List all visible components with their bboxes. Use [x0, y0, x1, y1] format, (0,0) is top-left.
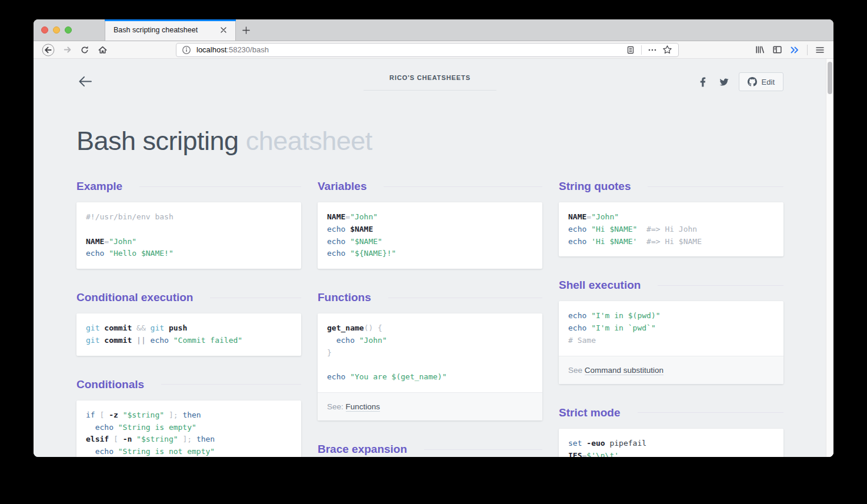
- code-card: NAME="John"echo $NAMEecho "$NAME"echo "$…: [318, 202, 542, 269]
- section: Functionsget_name() { echo "John"} echo …: [318, 291, 542, 420]
- code-token: "John": [359, 336, 387, 345]
- page-viewport: RICO'S CHEATSHEETS Edit Bash scripting c…: [34, 59, 833, 457]
- code-token: [164, 323, 169, 332]
- urlbar-separator: [641, 45, 642, 55]
- reader-view-button[interactable]: [623, 42, 638, 58]
- library-button[interactable]: [751, 42, 768, 58]
- code-token: }: [327, 348, 332, 357]
- code-token: [132, 323, 136, 332]
- section-divider: [638, 412, 783, 413]
- site-info-icon[interactable]: [182, 45, 191, 55]
- code-token: [345, 225, 350, 233]
- code-token: =: [104, 237, 109, 246]
- code-token: pipefail: [609, 439, 646, 448]
- sidebar-toggle-button[interactable]: [768, 42, 786, 58]
- code-token: echo: [568, 323, 586, 332]
- code-token: echo: [95, 447, 114, 456]
- page-scrollbar[interactable]: [826, 59, 833, 457]
- code-token: get_name: [327, 323, 364, 332]
- bookmark-button[interactable]: [659, 42, 675, 58]
- see-link[interactable]: Command substitution: [585, 366, 663, 375]
- code-line: # Same: [568, 335, 774, 347]
- code-token: if: [86, 410, 95, 419]
- url-bar[interactable]: localhost:58230/bash: [176, 43, 679, 57]
- page-actions-button[interactable]: [645, 42, 659, 58]
- see-link[interactable]: Functions: [346, 402, 381, 412]
- code-token: echo: [151, 336, 169, 345]
- code-token: then: [182, 410, 201, 419]
- code-token: $'\n\t': [586, 451, 619, 457]
- code-token: $NAME: [350, 225, 373, 233]
- reader-view-icon: [626, 45, 635, 55]
- twitter-share-button[interactable]: [718, 75, 731, 88]
- back-to-home-link[interactable]: [78, 75, 92, 90]
- code-token: echo: [86, 249, 104, 258]
- header-actions: Edit: [696, 72, 783, 91]
- code-token: [146, 336, 151, 345]
- code-token: echo: [568, 225, 586, 233]
- toolbar-right: [751, 42, 829, 58]
- code-token: echo: [568, 311, 586, 320]
- code-token: [146, 323, 151, 332]
- code-token: git: [151, 323, 164, 332]
- column: String quotesNAME="John"echo "Hi $NAME" …: [559, 179, 783, 457]
- code-token: [586, 323, 591, 332]
- code-token: [637, 237, 646, 246]
- code-token: [104, 410, 109, 419]
- code-block: NAME="John"echo "Hi $NAME" #=> Hi Johnec…: [559, 202, 783, 256]
- code-token: "${NAME}!": [350, 249, 396, 258]
- page-title: Bash scripting cheatsheet: [76, 125, 783, 157]
- see-label: See:: [327, 402, 346, 411]
- code-token: =: [586, 212, 591, 221]
- forward-arrow-icon: [62, 45, 72, 55]
- close-window-button[interactable]: [41, 26, 48, 34]
- code-line: echo "I'm in `pwd`": [568, 322, 774, 335]
- code-token: [104, 249, 109, 258]
- minimize-window-button[interactable]: [53, 26, 60, 34]
- facebook-share-button[interactable]: [696, 75, 709, 88]
- code-block: get_name() { echo "John"} echo "You are …: [318, 313, 542, 392]
- code-line: echo "${NAME}!": [327, 248, 533, 260]
- code-token: elsif: [86, 435, 109, 443]
- code-token: "John": [350, 212, 378, 221]
- back-button[interactable]: [38, 42, 58, 58]
- forward-button[interactable]: [58, 42, 76, 58]
- code-token: (): [364, 323, 374, 332]
- reload-button[interactable]: [76, 42, 94, 58]
- home-button[interactable]: [94, 42, 111, 58]
- code-token: [586, 311, 591, 320]
- tab-bash-cheatsheet[interactable]: Bash scripting cheatsheet: [105, 19, 236, 41]
- section: Brace expansion: [318, 442, 542, 456]
- section-heading: Shell execution: [559, 279, 641, 292]
- tab-close-icon[interactable]: [218, 24, 229, 36]
- code-line: echo "String is not empty": [86, 446, 292, 457]
- code-token: commit: [104, 336, 132, 345]
- code-token: [373, 323, 378, 332]
- code-token: "String is not empty": [118, 447, 215, 456]
- app-menu-button[interactable]: [811, 42, 829, 58]
- code-line: echo "I'm in $(pwd)": [568, 310, 774, 322]
- edit-button[interactable]: Edit: [739, 72, 783, 91]
- code-block: set -euo pipefailIFS=$'\n\t': [559, 429, 783, 457]
- code-line: NAME="John": [86, 236, 292, 248]
- code-token: [169, 336, 174, 345]
- library-icon: [755, 45, 765, 55]
- url-text[interactable]: localhost:58230/bash: [196, 45, 623, 54]
- section-heading: Functions: [318, 291, 371, 304]
- code-token: [86, 447, 95, 456]
- section-heading: Brace expansion: [318, 443, 407, 456]
- window-controls: [34, 19, 80, 41]
- scrollbar-thumb[interactable]: [828, 62, 832, 94]
- code-line: echo "$NAME": [327, 236, 533, 248]
- zoom-window-button[interactable]: [65, 26, 72, 34]
- ellipsis-icon: [648, 45, 657, 55]
- code-token: "I'm in `pwd`": [591, 323, 656, 332]
- new-tab-button[interactable]: [236, 19, 256, 41]
- code-token: [345, 249, 350, 258]
- code-token: [355, 336, 359, 345]
- code-token: # Same: [568, 336, 596, 345]
- tab-bar: Bash scripting cheatsheet: [34, 19, 833, 41]
- overflow-menu-button[interactable]: [786, 42, 803, 58]
- section-divider: [161, 384, 301, 385]
- code-line: echo $NAME: [327, 223, 533, 236]
